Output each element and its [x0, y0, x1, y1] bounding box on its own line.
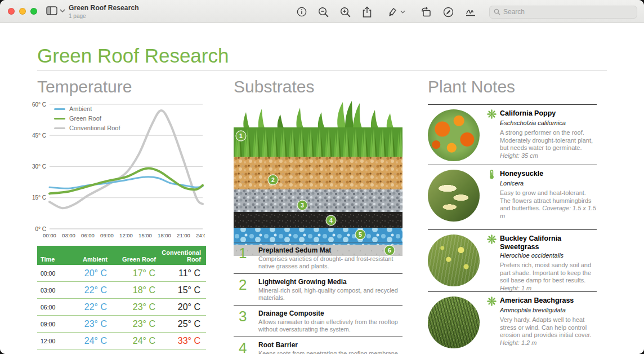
- layer-sedum-mat: [234, 127, 402, 157]
- badge-2-number: 2: [271, 176, 275, 183]
- svg-text:15° C: 15° C: [32, 194, 46, 201]
- table-row: 00:00 20° C 17° C 11° C: [37, 265, 206, 282]
- markup-button[interactable]: [439, 5, 458, 19]
- rotate-icon: [420, 6, 432, 17]
- preview-window: Green Roof Research 1 page: [0, 0, 644, 354]
- sun-burst-icon: [487, 234, 497, 244]
- share-button[interactable]: [358, 5, 376, 19]
- legend-swatch-conventional: [54, 127, 65, 129]
- list-item: 2 Lightweight Growing Media Mineral-rich…: [234, 273, 402, 305]
- plant-entry: Honeysuckle Lonicera Easy to grow and he…: [428, 165, 597, 229]
- column-header-green-roof: Green Roof: [113, 246, 161, 265]
- markup-icon: [442, 6, 454, 18]
- item-number: 2: [234, 277, 258, 302]
- highlight-button[interactable]: [384, 5, 409, 19]
- title-divider: [37, 70, 607, 70]
- sun-burst-icon: [487, 297, 497, 306]
- document-page: Green Roof Research Temperature 0° C15° …: [0, 23, 644, 354]
- item-number: 1: [234, 245, 258, 270]
- plant-latin-name: Lonicera: [500, 180, 597, 187]
- svg-text:24:00: 24:00: [196, 232, 205, 238]
- minimize-button[interactable]: [19, 8, 26, 15]
- cell-green-roof: 23° C: [113, 299, 161, 315]
- layer-root-barrier: [234, 212, 402, 228]
- list-item: 1 Preplanted Sedum Mat Comprises varieti…: [234, 242, 402, 273]
- grass-blades: [243, 101, 393, 128]
- legend-label: Conventional Roof: [69, 125, 120, 131]
- item-title: Root Barrier: [258, 341, 402, 349]
- zoom-out-icon: [317, 6, 329, 18]
- plant-name: Honeysuckle: [500, 170, 543, 178]
- page-title: Green Roof Research: [37, 45, 229, 67]
- layer-growing-media: [234, 157, 402, 189]
- cell-ambient: 22° C: [62, 299, 113, 315]
- chart-legend: Ambient Green Roof Conventional Roof: [54, 105, 120, 131]
- plant-entry: American Beachgrass Ammophila breviligul…: [428, 291, 597, 354]
- svg-text:60° C: 60° C: [32, 101, 46, 108]
- plant-latin-name: Hierochloe occidentalis: [500, 252, 597, 259]
- cell-green-roof: 18° C: [113, 282, 161, 298]
- plant-notes-heading: Plant Notes: [428, 77, 515, 96]
- cell-ambient: 24° C: [62, 333, 113, 349]
- item-description: Keeps roots from penetrating the roofing…: [258, 350, 402, 354]
- item-number: 4: [234, 340, 258, 354]
- zoom-button[interactable]: [30, 8, 37, 15]
- plant-notes-list: California Poppy Eschscholzia californic…: [428, 104, 597, 354]
- badge-3-number: 3: [301, 202, 304, 209]
- sidebar-toggle-button[interactable]: [46, 6, 65, 15]
- signature-icon: [464, 6, 477, 17]
- svg-text:18:00: 18:00: [158, 232, 171, 238]
- plant-photo-honeysuckle: [428, 170, 480, 222]
- legend-item: Ambient: [54, 105, 120, 112]
- plant-entry: Buckley California Sweetgrass Hierochloe…: [428, 229, 597, 291]
- svg-text:00:00: 00:00: [43, 232, 56, 238]
- plant-description: Very hardy. Adapts well to heat stress o…: [500, 316, 597, 347]
- table-row: 09:00 23° C 23° C 25° C: [37, 316, 206, 333]
- svg-text:09:00: 09:00: [100, 232, 114, 238]
- zoom-in-icon: [339, 6, 351, 18]
- rotate-button[interactable]: [417, 5, 436, 19]
- plant-description: Prefers rich, moist sandy soil and part …: [500, 262, 597, 292]
- info-button[interactable]: [293, 5, 311, 19]
- plant-metric: Height: 1.2 m: [500, 339, 536, 346]
- cell-conventional: 15° C: [161, 282, 206, 298]
- legend-label: Ambient: [69, 105, 92, 112]
- legend-item: Conventional Roof: [54, 125, 120, 131]
- plant-name: American Beachgrass: [500, 297, 574, 305]
- search-field[interactable]: [489, 6, 637, 19]
- window-title-block: Green Roof Research 1 page: [69, 4, 139, 19]
- list-item: 3 Drainage Composite Allows rainwater to…: [234, 305, 402, 337]
- cell-ambient: 23° C: [62, 316, 113, 332]
- svg-text:06:00: 06:00: [81, 232, 95, 238]
- cell-time: 12:00: [37, 333, 62, 349]
- substrate-list: 1 Preplanted Sedum Mat Comprises varieti…: [234, 242, 402, 354]
- cell-green-roof: 24° C: [113, 333, 161, 349]
- cell-time: 06:00: [37, 299, 62, 315]
- plant-metric: Height: 35 cm: [500, 152, 538, 159]
- item-title: Lightweight Growing Media: [258, 278, 402, 286]
- close-button[interactable]: [8, 8, 15, 15]
- cell-time: 03:00: [37, 282, 62, 298]
- svg-text:03:00: 03:00: [62, 232, 75, 238]
- signature-button[interactable]: [461, 5, 480, 19]
- traffic-lights: [8, 8, 37, 15]
- cell-conventional: 25° C: [161, 316, 206, 332]
- layer-drainage: [234, 189, 402, 212]
- column-header-ambient: Ambient: [62, 246, 113, 265]
- info-icon: [296, 6, 307, 17]
- cell-ambient: 20° C: [62, 265, 113, 281]
- badge-5-number: 5: [359, 231, 362, 238]
- search-input[interactable]: [503, 8, 633, 16]
- zoom-in-button[interactable]: [336, 5, 355, 19]
- plant-photo-sweetgrass: [428, 234, 480, 286]
- svg-text:45° C: 45° C: [32, 132, 46, 139]
- list-item: 4 Root Barrier Keeps roots from penetrat…: [234, 337, 402, 354]
- plant-description: A strong performer on the roof. Moderate…: [500, 129, 597, 160]
- svg-text:30° C: 30° C: [32, 163, 46, 170]
- cell-conventional-hot: 33° C: [161, 333, 206, 349]
- zoom-out-button[interactable]: [314, 5, 333, 19]
- plant-photo-beachgrass: [428, 297, 480, 348]
- cell-conventional: 20° C: [161, 299, 206, 315]
- share-icon: [361, 6, 373, 18]
- cell-time: 00:00: [37, 265, 62, 281]
